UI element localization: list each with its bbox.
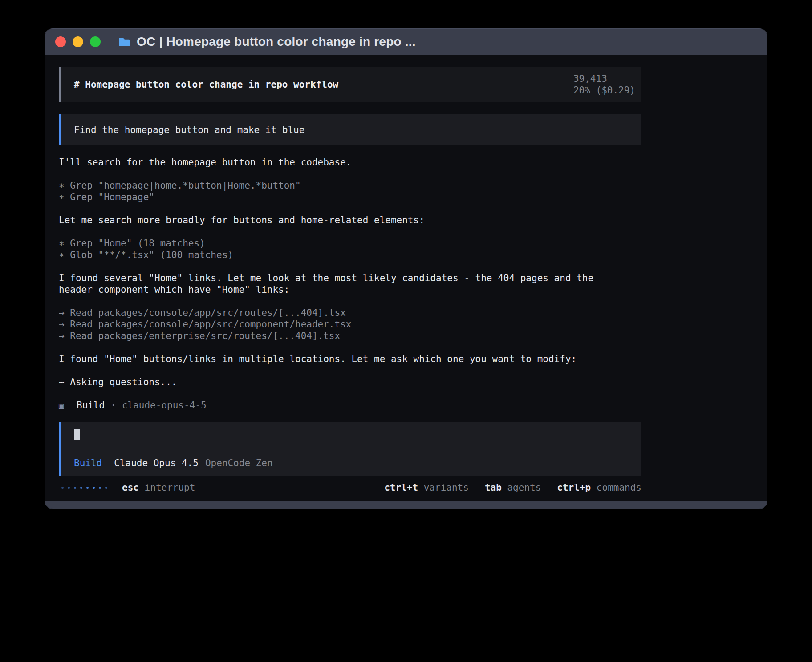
tool-call-grep: ∗ Grep "Homepage" xyxy=(59,191,615,203)
token-count: 39,413 xyxy=(573,73,607,84)
model-row: Build Claude Opus 4.5 OpenCode Zen xyxy=(74,457,635,469)
prompt-cursor-row[interactable] xyxy=(74,428,635,440)
title-bar: OC | Homepage button color change in rep… xyxy=(45,29,767,55)
window-title: OC | Homepage button color change in rep… xyxy=(137,35,416,49)
tool-call-grep: ∗ Grep "Home" (18 matches) xyxy=(59,238,615,249)
transcript: I'll search for the homepage button in t… xyxy=(59,157,641,411)
terminal-window: OC | Homepage button color change in rep… xyxy=(45,28,767,509)
terminal-body: # Homepage button color change in repo w… xyxy=(45,55,767,501)
prompt-input[interactable]: Build Claude Opus 4.5 OpenCode Zen xyxy=(59,422,641,476)
tool-call-glob: ∗ Glob "**/*.tsx" (100 matches) xyxy=(59,249,615,261)
tool-status-asking: ~ Asking questions... xyxy=(59,376,615,388)
tool-call-read: → Read packages/enterprise/src/routes/[.… xyxy=(59,330,615,342)
agent-status-icon: ▣ xyxy=(59,400,67,411)
model-provider-label: OpenCode Zen xyxy=(205,457,273,469)
user-message: Find the homepage button and make it blu… xyxy=(59,114,641,145)
assistant-text: I found "Home" buttons/links in multiple… xyxy=(59,353,615,365)
window-bottom-edge xyxy=(45,501,767,509)
assistant-text: I'll search for the homepage button in t… xyxy=(59,157,615,168)
tool-call-read: → Read packages/console/app/src/componen… xyxy=(59,319,615,330)
folder-icon xyxy=(118,37,131,47)
session-stats: 39,413 20% ($0.29) xyxy=(504,61,635,108)
agent-name: Build xyxy=(77,400,105,411)
assistant-text: I found several "Home" links. Let me loo… xyxy=(59,272,615,295)
zoom-button[interactable] xyxy=(90,36,101,47)
session-title: # Homepage button color change in repo w… xyxy=(74,79,338,90)
user-message-text: Find the homepage button and make it blu… xyxy=(74,124,304,136)
traffic-lights xyxy=(55,36,107,47)
model-name-label: Claude Opus 4.5 xyxy=(114,457,199,469)
hint-interrupt: esc interrupt xyxy=(122,482,195,493)
context-cost: 20% ($0.29) xyxy=(573,85,635,96)
agent-model: claude-opus-4-5 xyxy=(122,400,207,411)
tool-call-grep: ∗ Grep "homepage|home.*button|Home.*butt… xyxy=(59,180,615,191)
spinner-dots-icon xyxy=(61,487,111,489)
agent-mode-label: Build xyxy=(74,457,102,469)
assistant-text: Let me search more broadly for buttons a… xyxy=(59,214,615,226)
close-button[interactable] xyxy=(55,36,66,47)
agent-status-line: ▣ Build · claude-opus-4-5 xyxy=(59,400,641,411)
tool-call-read: → Read packages/console/app/src/routes/[… xyxy=(59,307,615,319)
hint-variants: ctrl+t variants xyxy=(384,482,469,493)
minimize-button[interactable] xyxy=(73,36,83,47)
status-bar: esc interrupt ctrl+t variants tab agents… xyxy=(59,482,641,493)
session-header: # Homepage button color change in repo w… xyxy=(59,67,641,102)
hint-agents: tab agents xyxy=(485,482,541,493)
hint-commands: ctrl+p commands xyxy=(557,482,641,493)
text-cursor xyxy=(74,429,80,440)
agent-separator: · xyxy=(110,400,116,411)
